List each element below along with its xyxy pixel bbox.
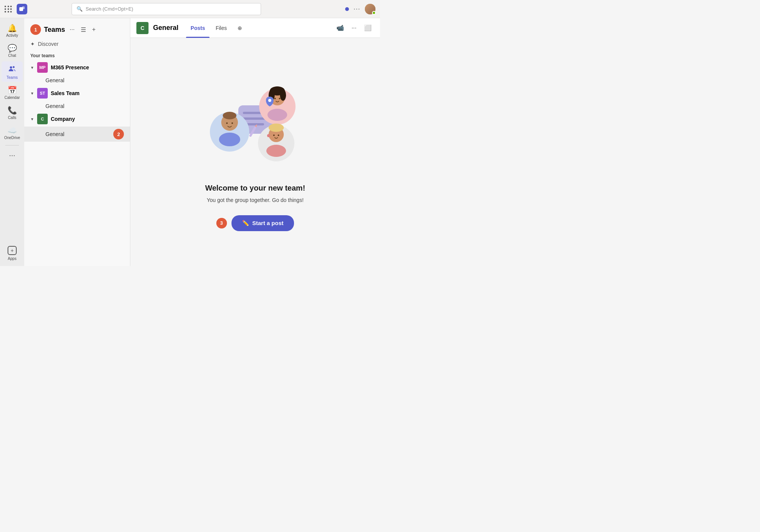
- start-post-row: 3 ✏️ Start a post: [216, 215, 294, 231]
- channel-avatar: C: [136, 22, 149, 34]
- team-item-sales[interactable]: ▼ ST Sales Team: [24, 86, 130, 101]
- edit-icon: ✏️: [242, 220, 249, 227]
- discover-item[interactable]: ✦ Discover: [24, 38, 130, 50]
- content-header: C General Posts Files ⊕ 📹 ··· ⬜: [130, 18, 380, 38]
- step-badge-2: 2: [113, 129, 124, 139]
- step-badge-3: 3: [216, 218, 227, 228]
- sidebar-item-calls[interactable]: 📞 Calls: [2, 103, 23, 122]
- app-logo: [17, 4, 27, 14]
- teams-icon: [8, 64, 16, 74]
- svg-point-21: [279, 98, 280, 99]
- teams-add-button[interactable]: +: [91, 25, 97, 34]
- expand-button[interactable]: ⬜: [362, 22, 374, 34]
- calls-icon: 📞: [8, 106, 17, 114]
- tab-posts[interactable]: Posts: [186, 18, 210, 38]
- chevron-down-icon: ▼: [30, 117, 34, 121]
- team-name-company: Company: [51, 116, 75, 122]
- activity-icon: 🔔: [8, 24, 17, 32]
- content-body: Welcome to your new team! You got the gr…: [130, 38, 380, 266]
- video-call-button[interactable]: 📹: [334, 22, 346, 34]
- welcome-illustration: [202, 73, 308, 172]
- welcome-title: Welcome to your new team!: [205, 184, 305, 192]
- svg-point-11: [219, 133, 240, 146]
- channel-item-m365-general[interactable]: General: [24, 75, 130, 86]
- welcome-subtitle: You got the group together. Go do things…: [207, 197, 304, 203]
- discover-sparkle-icon: ✦: [30, 41, 35, 47]
- main-layout: 🔔 Activity 💬 Chat Teams 📅 Calendar 📞: [0, 18, 380, 266]
- sidebar-item-onedrive[interactable]: ☁️ OneDrive: [2, 124, 23, 142]
- discover-label: Discover: [38, 41, 58, 47]
- sidebar-item-activity[interactable]: 🔔 Activity: [2, 21, 23, 40]
- your-teams-label: Your teams: [24, 50, 130, 60]
- sidebar-item-apps[interactable]: + Apps: [2, 243, 23, 263]
- tab-bar: Posts Files ⊕: [186, 18, 247, 38]
- team-avatar-company: C: [37, 114, 48, 124]
- chevron-down-icon: ▼: [30, 91, 34, 95]
- teams-panel-header: 1 Teams ··· ☰ +: [24, 18, 130, 38]
- left-sidebar: 🔔 Activity 💬 Chat Teams 📅 Calendar 📞: [0, 18, 24, 266]
- svg-point-13: [231, 122, 233, 124]
- team-item-m365[interactable]: ▼ MP M365 Presence: [24, 60, 130, 75]
- svg-point-19: [267, 109, 287, 121]
- titlebar-right: ···: [345, 4, 375, 14]
- apps-icon: +: [8, 246, 17, 255]
- svg-point-20: [274, 98, 276, 99]
- start-post-button[interactable]: ✏️ Start a post: [231, 215, 294, 231]
- teams-filter-button[interactable]: ☰: [79, 25, 88, 35]
- titlebar: 🔍 Search (Cmd+Opt+E) ···: [0, 0, 380, 18]
- sidebar-item-teams[interactable]: Teams: [2, 61, 23, 82]
- svg-point-27: [267, 134, 270, 137]
- calendar-icon: 📅: [8, 86, 17, 94]
- svg-point-30: [278, 135, 279, 136]
- channel-item-sales-general[interactable]: General: [24, 101, 130, 111]
- svg-point-10: [223, 112, 236, 119]
- search-bar[interactable]: 🔍 Search (Cmd+Opt+E): [72, 3, 261, 15]
- team-avatar-sales: ST: [37, 88, 48, 99]
- onedrive-icon: ☁️: [8, 127, 17, 134]
- more-apps-icon[interactable]: ···: [7, 149, 18, 162]
- more-options-icon[interactable]: ···: [353, 5, 360, 13]
- team-avatar-m365: MP: [37, 62, 48, 73]
- search-icon: 🔍: [77, 6, 83, 12]
- channel-item-company-general[interactable]: General 2: [24, 127, 130, 142]
- sidebar-divider: [5, 145, 19, 146]
- teams-more-button[interactable]: ···: [68, 25, 76, 34]
- sidebar-item-chat[interactable]: 💬 Chat: [2, 41, 23, 60]
- svg-point-29: [273, 135, 275, 136]
- header-right: 📹 ··· ⬜: [334, 22, 374, 34]
- main-content: C General Posts Files ⊕ 📹 ··· ⬜: [130, 18, 380, 266]
- sidebar-item-calendar[interactable]: 📅 Calendar: [2, 83, 23, 102]
- svg-rect-1: [22, 6, 25, 9]
- teams-header-actions: ··· ☰ +: [68, 25, 97, 35]
- presence-dot: [372, 11, 376, 15]
- chevron-down-icon: ▼: [30, 66, 34, 70]
- svg-point-3: [13, 66, 15, 68]
- svg-point-23: [268, 99, 271, 102]
- tab-add[interactable]: ⊕: [233, 18, 247, 38]
- svg-point-2: [10, 66, 12, 69]
- header-more-button[interactable]: ···: [349, 22, 359, 34]
- team-item-company[interactable]: ▼ C Company: [24, 111, 130, 127]
- channel-name: General: [153, 24, 178, 32]
- status-indicator: [345, 7, 349, 11]
- team-name-sales: Sales Team: [51, 90, 80, 96]
- search-placeholder: Search (Cmd+Opt+E): [86, 6, 133, 12]
- chat-icon: 💬: [8, 44, 17, 52]
- tab-files[interactable]: Files: [211, 18, 231, 38]
- step-badge-1: 1: [30, 24, 41, 35]
- svg-point-26: [269, 124, 284, 132]
- svg-point-18: [280, 89, 286, 101]
- window-dots-icon: [5, 6, 12, 13]
- svg-point-12: [226, 122, 228, 124]
- teams-panel: 1 Teams ··· ☰ + ✦ Discover Your teams ▼ …: [24, 18, 130, 266]
- teams-panel-title: Teams: [44, 26, 65, 34]
- user-avatar[interactable]: [365, 4, 375, 14]
- svg-point-28: [266, 145, 286, 157]
- team-name-m365: M365 Presence: [51, 64, 89, 70]
